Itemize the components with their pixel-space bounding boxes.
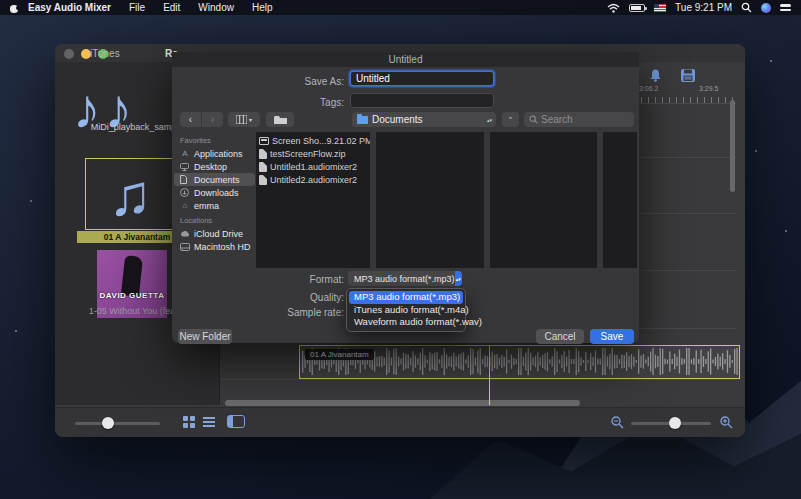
file-name: testScreenFlow.zip: [270, 149, 346, 159]
documents-icon: [180, 175, 190, 184]
menu-edit[interactable]: Edit: [154, 0, 189, 15]
file-row[interactable]: Untitled1.audiomixer2: [256, 160, 370, 173]
horizontal-scrollbar[interactable]: [225, 400, 580, 406]
menu-window[interactable]: Window: [189, 0, 243, 15]
timeline-zoom-slider-knob[interactable]: [669, 417, 681, 429]
sidebar-toggle-icon[interactable]: [227, 415, 245, 428]
sidebar-item-applications[interactable]: A Applications: [174, 147, 255, 160]
menu-clock[interactable]: Tue 9:21 PM: [675, 2, 732, 13]
save-button[interactable]: Save: [590, 329, 634, 344]
zoom-in-icon[interactable]: [720, 416, 733, 429]
album-art-text: DAVID GUETTA: [100, 291, 165, 300]
screenshot-file-icon: [259, 137, 269, 145]
back-button[interactable]: ‹: [180, 112, 201, 127]
location-popup[interactable]: Documents ▴▾: [352, 112, 496, 127]
search-placeholder: Search: [541, 114, 573, 125]
sidebar-item-macintosh-hd[interactable]: Macintosh HD: [174, 240, 255, 253]
sidebar-item-desktop[interactable]: Desktop: [174, 160, 255, 173]
menu-app-name[interactable]: Easy Audio Mixer: [19, 0, 120, 15]
tags-label: Tags:: [172, 97, 344, 108]
nav-buttons: ‹ ›: [180, 112, 223, 127]
thumbnail-size-slider-knob[interactable]: [102, 417, 114, 429]
sidebar-item-label: emma: [194, 201, 219, 211]
thumbnail-size-slider[interactable]: [75, 422, 160, 425]
home-icon: ⌂: [180, 201, 190, 210]
notification-center-icon[interactable]: [780, 4, 791, 11]
menu-file[interactable]: File: [120, 0, 154, 15]
sidebar-item-emma[interactable]: ⌂ emma: [174, 199, 255, 212]
format-value: MP3 audio format(*.mp3): [354, 274, 455, 284]
apple-menu-icon[interactable]: [10, 3, 19, 13]
file-name: Screen Sho...9.21.02 PM: [272, 136, 370, 146]
timeline-zoom-slider[interactable]: [631, 422, 711, 425]
menu-option-wav[interactable]: Waveform audio format(*.wav): [349, 316, 463, 329]
star: [30, 200, 32, 202]
sidebar-item-downloads[interactable]: Downloads: [174, 186, 255, 199]
document-file-icon: [259, 162, 267, 172]
sidebar-item-label: iCloud Drive: [194, 229, 243, 239]
menu-option-mp3[interactable]: MP3 audio format(*.mp3): [349, 291, 463, 304]
format-popup[interactable]: MP3 audio format(*.mp3) ▴▾: [348, 271, 462, 286]
menu-option-m4a[interactable]: iTunes audio format(*.m4a): [349, 304, 463, 317]
menu-bar: Easy Audio Mixer File Edit Window Help T…: [0, 0, 801, 15]
search-icon: [529, 115, 538, 124]
tab-itunes[interactable]: iTunes: [90, 48, 120, 59]
file-column[interactable]: [603, 132, 637, 268]
list-view-icon[interactable]: [203, 416, 215, 428]
popup-stepper-icon: ▴▾: [483, 112, 496, 127]
up-directory-button[interactable]: ⌃: [502, 112, 519, 127]
spotlight-search-icon[interactable]: [741, 2, 752, 13]
file-row[interactable]: Untitled2.audiomixer2: [256, 173, 370, 186]
folder-icon: [274, 115, 287, 125]
siri-icon[interactable]: [761, 3, 771, 13]
tags-input[interactable]: [350, 93, 494, 108]
music-note-icon: ♫: [108, 161, 152, 228]
zoom-out-icon[interactable]: [611, 416, 624, 429]
new-folder-toolbar-button[interactable]: [266, 112, 294, 127]
track-row-divider: [221, 379, 736, 380]
view-mode-button[interactable]: ▾: [228, 112, 260, 127]
star: [785, 230, 787, 232]
sidebar-item-label: Macintosh HD: [194, 242, 251, 252]
format-dropdown-menu: MP3 audio format(*.mp3) iTunes audio for…: [346, 288, 466, 332]
save-as-label: Save As:: [172, 76, 344, 87]
playhead[interactable]: [489, 345, 490, 405]
dialog-title: Untitled: [172, 52, 639, 67]
forward-button[interactable]: ›: [202, 112, 223, 127]
location-value: Documents: [372, 114, 423, 125]
new-folder-button[interactable]: New Folder: [178, 329, 232, 344]
file-browser-columns: Screen Sho...9.21.02 PM testScreenFlow.z…: [256, 132, 637, 268]
file-name: Untitled1.audiomixer2: [270, 162, 357, 172]
file-row[interactable]: testScreenFlow.zip: [256, 147, 370, 160]
star: [755, 150, 757, 152]
dialog-sidebar: Favorites A Applications Desktop Documen…: [174, 132, 255, 268]
quality-label: Quality:: [232, 292, 344, 303]
battery-icon[interactable]: [629, 4, 645, 12]
search-input[interactable]: Search: [524, 112, 634, 127]
file-column[interactable]: [490, 132, 598, 268]
hard-drive-icon: [180, 243, 190, 251]
star: [15, 330, 17, 332]
sidebar-item-icloud-drive[interactable]: iCloud Drive: [174, 227, 255, 240]
grid-view-icon[interactable]: [183, 416, 195, 428]
save-dialog: Untitled Save As: Untitled Tags: ‹ › ▾ D…: [172, 52, 639, 343]
sidebar-item-documents[interactable]: Documents: [174, 173, 255, 186]
cloud-icon: [180, 230, 190, 237]
sidebar-item-label: Downloads: [194, 188, 239, 198]
input-flag-icon[interactable]: [654, 4, 666, 12]
vertical-scrollbar[interactable]: [730, 100, 735, 192]
favorites-header: Favorites: [180, 136, 255, 145]
file-name: Untitled2.audiomixer2: [270, 175, 357, 185]
menu-help[interactable]: Help: [243, 0, 282, 15]
column-view-icon: [236, 115, 247, 124]
file-column[interactable]: [376, 132, 484, 268]
close-window-button[interactable]: [64, 49, 74, 59]
format-label: Format:: [232, 274, 344, 285]
timeline-zoom-controls: [611, 414, 741, 432]
save-as-input[interactable]: Untitled: [350, 71, 494, 86]
file-column[interactable]: Screen Sho...9.21.02 PM testScreenFlow.z…: [256, 132, 370, 268]
file-row[interactable]: Screen Sho...9.21.02 PM: [256, 134, 370, 147]
wifi-icon[interactable]: [607, 3, 620, 13]
selected-media-item[interactable]: ♫: [85, 158, 175, 230]
cancel-button[interactable]: Cancel: [536, 329, 584, 344]
